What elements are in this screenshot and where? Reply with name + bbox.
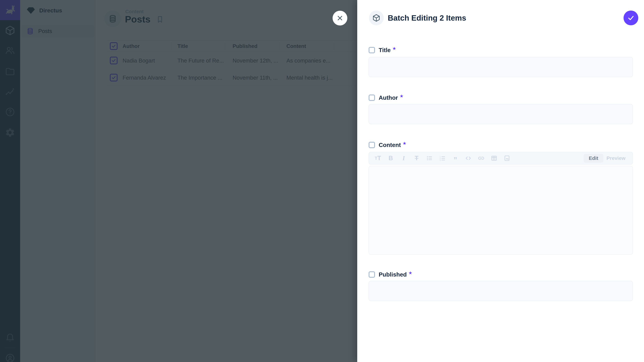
field-title-batch-checkbox[interactable]	[368, 47, 375, 53]
cube-icon	[372, 14, 380, 22]
field-title-header: Title ★	[368, 47, 396, 53]
bulleted-list-icon[interactable]	[425, 153, 434, 163]
blockquote-icon[interactable]: ”	[450, 153, 460, 163]
markdown-toolbar: TT B I T 1 2 3 ”	[368, 152, 633, 165]
required-star-icon: ★	[400, 93, 404, 99]
required-star-icon: ★	[408, 270, 412, 276]
field-author-header: Author ★	[368, 94, 404, 101]
close-icon	[336, 14, 344, 22]
field-author-batch-checkbox[interactable]	[368, 94, 375, 101]
drawer-close-button[interactable]	[332, 11, 347, 25]
drawer-header-icon-button	[369, 10, 384, 25]
bold-icon[interactable]: B	[386, 153, 396, 163]
link-icon[interactable]	[476, 153, 486, 163]
directus-app: Directus Posts Content Posts	[0, 0, 644, 362]
content-editor-textarea[interactable]	[368, 166, 633, 255]
tab-edit[interactable]: Edit	[584, 154, 604, 163]
published-input[interactable]	[368, 281, 633, 301]
field-label: Author	[379, 94, 398, 101]
code-icon[interactable]	[464, 153, 473, 163]
required-star-icon: ★	[402, 141, 406, 146]
field-published-batch-checkbox[interactable]	[368, 271, 375, 278]
required-star-icon: ★	[392, 46, 396, 51]
tab-preview[interactable]: Preview	[604, 154, 628, 163]
field-content-header: Content ★	[368, 142, 406, 148]
italic-icon[interactable]: I	[399, 153, 408, 163]
title-input[interactable]	[368, 57, 633, 77]
batch-edit-drawer: Batch Editing 2 Items Title ★ Author ★ C…	[357, 0, 644, 362]
format-size-icon[interactable]: TT	[373, 153, 383, 163]
field-label: Content	[379, 142, 401, 148]
field-published-header: Published ★	[368, 271, 412, 278]
field-label: Published	[379, 271, 407, 278]
numbered-list-icon[interactable]: 1 2 3	[438, 153, 447, 163]
image-icon[interactable]	[502, 153, 512, 163]
svg-text:3: 3	[440, 159, 440, 161]
author-input[interactable]	[368, 104, 633, 124]
field-content-batch-checkbox[interactable]	[368, 142, 375, 148]
save-button[interactable]	[624, 10, 638, 25]
drawer-title: Batch Editing 2 Items	[388, 13, 466, 22]
strikethrough-icon[interactable]: T	[412, 153, 422, 163]
field-label: Title	[379, 47, 390, 53]
check-icon	[627, 14, 635, 22]
table-icon[interactable]	[489, 153, 499, 163]
